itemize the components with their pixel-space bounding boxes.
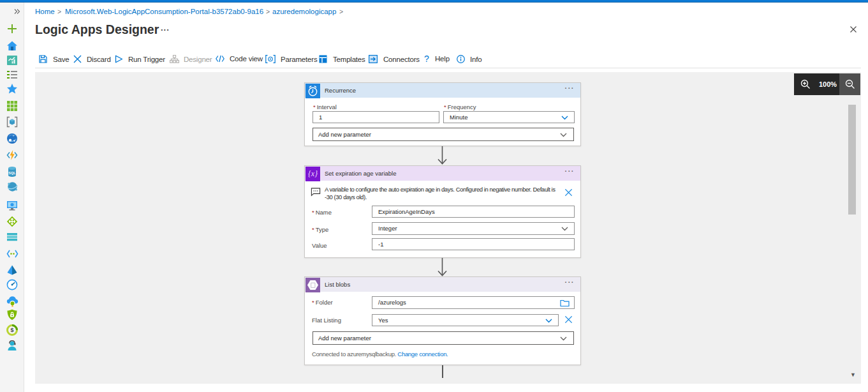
svg-text:SQL: SQL (8, 171, 16, 175)
svg-text:$: $ (10, 327, 13, 333)
